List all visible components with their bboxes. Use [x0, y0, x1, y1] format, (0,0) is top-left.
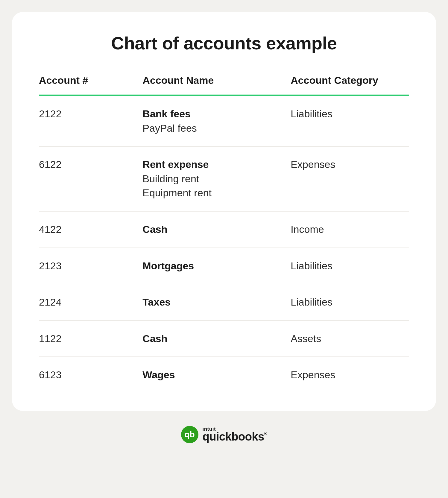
brand-text: ıntuıt quickbooks® [203, 426, 267, 442]
cell-account-category: Expenses [291, 368, 409, 382]
account-name-main: Rent expense [142, 157, 291, 172]
table-header-row: Account # Account Name Account Category [39, 75, 409, 96]
account-name-main: Cash [142, 222, 291, 237]
cell-account-number: 1122 [39, 332, 142, 346]
header-account-name: Account Name [142, 75, 291, 86]
brand-logo: qb ıntuıt quickbooks® [12, 426, 436, 443]
cell-account-name: Taxes [142, 295, 291, 309]
cell-account-category: Liabilities [291, 259, 409, 273]
page-title: Chart of accounts example [39, 33, 409, 54]
cell-account-category: Expenses [291, 157, 409, 172]
table-row: 6122Rent expenseBuilding rentEquipment r… [39, 147, 409, 212]
header-account-number: Account # [39, 75, 142, 86]
registered-mark: ® [264, 431, 267, 436]
table-row: 6123WagesExpenses [39, 357, 409, 393]
cell-account-name: Bank feesPayPal fees [142, 107, 291, 135]
account-name-main: Mortgages [142, 259, 291, 273]
cell-account-name: Cash [142, 332, 291, 346]
cell-account-category: Liabilities [291, 295, 409, 309]
account-name-sub: PayPal fees [142, 121, 291, 136]
table-row: 1122CashAssets [39, 321, 409, 357]
account-name-main: Wages [142, 368, 291, 382]
account-name-main: Bank fees [142, 107, 291, 121]
cell-account-number: 2122 [39, 107, 142, 121]
cell-account-name: Mortgages [142, 259, 291, 273]
cell-account-number: 2124 [39, 295, 142, 309]
account-name-sub: Building rent [142, 172, 291, 186]
cell-account-name: Wages [142, 368, 291, 382]
cell-account-name: Cash [142, 222, 291, 237]
cell-account-category: Assets [291, 332, 409, 346]
brand-quickbooks-text: quickbooks [203, 430, 264, 443]
account-name-sub: Equipment rent [142, 186, 291, 200]
table-row: 2124TaxesLiabilities [39, 284, 409, 321]
cell-account-category: Liabilities [291, 107, 409, 121]
table-row: 2122Bank feesPayPal feesLiabilities [39, 96, 409, 147]
account-name-main: Cash [142, 332, 291, 346]
account-name-main: Taxes [142, 295, 291, 309]
table-row: 2123MortgagesLiabilities [39, 248, 409, 285]
cell-account-name: Rent expenseBuilding rentEquipment rent [142, 157, 291, 200]
quickbooks-icon: qb [181, 426, 198, 443]
brand-quickbooks: quickbooks® [203, 431, 267, 442]
card: Chart of accounts example Account # Acco… [12, 12, 436, 411]
accounts-table: Account # Account Name Account Category … [39, 75, 409, 393]
table-row: 4122CashIncome [39, 212, 409, 248]
cell-account-category: Income [291, 222, 409, 237]
cell-account-number: 4122 [39, 222, 142, 237]
cell-account-number: 2123 [39, 259, 142, 273]
table-body: 2122Bank feesPayPal feesLiabilities6122R… [39, 96, 409, 393]
header-account-category: Account Category [291, 75, 409, 86]
cell-account-number: 6123 [39, 368, 142, 382]
cell-account-number: 6122 [39, 157, 142, 172]
